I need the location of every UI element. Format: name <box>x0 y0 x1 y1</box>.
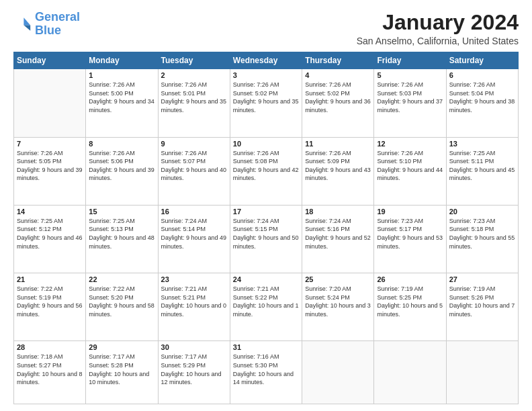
day-info: Sunrise: 7:24 AMSunset: 5:16 PMDaylight:… <box>305 217 371 250</box>
calendar-cell: 29Sunrise: 7:17 AMSunset: 5:28 PMDayligh… <box>86 341 158 404</box>
day-info: Sunrise: 7:25 AMSunset: 5:12 PMDaylight:… <box>17 217 83 250</box>
day-info: Sunrise: 7:19 AMSunset: 5:25 PMDaylight:… <box>377 285 443 318</box>
day-number: 21 <box>17 275 83 283</box>
col-wednesday: Wednesday <box>230 52 302 69</box>
calendar-cell: 17Sunrise: 7:24 AMSunset: 5:15 PMDayligh… <box>230 205 302 273</box>
calendar-cell <box>14 69 86 137</box>
svg-marker-0 <box>24 17 30 25</box>
calendar-table: Sunday Monday Tuesday Wednesday Thursday… <box>13 52 519 404</box>
col-friday: Friday <box>374 52 446 69</box>
day-number: 2 <box>161 71 227 79</box>
calendar-cell: 14Sunrise: 7:25 AMSunset: 5:12 PMDayligh… <box>14 205 86 273</box>
calendar-cell: 27Sunrise: 7:19 AMSunset: 5:26 PMDayligh… <box>446 273 518 341</box>
calendar-cell: 12Sunrise: 7:26 AMSunset: 5:10 PMDayligh… <box>374 137 446 205</box>
day-info: Sunrise: 7:22 AMSunset: 5:19 PMDaylight:… <box>17 285 83 318</box>
day-number: 3 <box>233 71 299 79</box>
calendar-cell: 11Sunrise: 7:26 AMSunset: 5:09 PMDayligh… <box>302 137 374 205</box>
day-number: 22 <box>89 275 154 283</box>
day-info: Sunrise: 7:19 AMSunset: 5:26 PMDaylight:… <box>449 285 515 318</box>
day-number: 17 <box>233 208 299 216</box>
day-number: 26 <box>377 275 443 283</box>
calendar-week-row: 28Sunrise: 7:18 AMSunset: 5:27 PMDayligh… <box>14 341 519 404</box>
day-info: Sunrise: 7:20 AMSunset: 5:24 PMDaylight:… <box>305 285 371 318</box>
svg-marker-1 <box>24 25 30 30</box>
day-info: Sunrise: 7:26 AMSunset: 5:07 PMDaylight:… <box>161 149 227 183</box>
day-info: Sunrise: 7:22 AMSunset: 5:20 PMDaylight:… <box>89 285 154 318</box>
calendar-cell: 1Sunrise: 7:26 AMSunset: 5:00 PMDaylight… <box>86 69 158 137</box>
day-info: Sunrise: 7:16 AMSunset: 5:30 PMDaylight:… <box>233 353 299 386</box>
day-info: Sunrise: 7:21 AMSunset: 5:22 PMDaylight:… <box>233 285 299 318</box>
day-number: 7 <box>17 140 83 148</box>
day-info: Sunrise: 7:26 AMSunset: 5:02 PMDaylight:… <box>305 81 371 114</box>
calendar-cell: 23Sunrise: 7:21 AMSunset: 5:21 PMDayligh… <box>158 273 230 341</box>
day-info: Sunrise: 7:24 AMSunset: 5:14 PMDaylight:… <box>161 217 227 250</box>
day-info: Sunrise: 7:21 AMSunset: 5:21 PMDaylight:… <box>161 285 227 318</box>
day-number: 10 <box>233 140 299 148</box>
col-tuesday: Tuesday <box>158 52 230 69</box>
page: General Blue January 2024 San Anselmo, C… <box>0 0 532 411</box>
calendar-cell: 8Sunrise: 7:26 AMSunset: 5:06 PMDaylight… <box>86 137 158 205</box>
day-info: Sunrise: 7:23 AMSunset: 5:17 PMDaylight:… <box>377 217 443 250</box>
logo: General Blue <box>13 11 80 38</box>
day-number: 13 <box>449 140 515 148</box>
day-number: 11 <box>305 140 371 148</box>
calendar-cell: 30Sunrise: 7:17 AMSunset: 5:29 PMDayligh… <box>158 341 230 404</box>
calendar-cell: 4Sunrise: 7:26 AMSunset: 5:02 PMDaylight… <box>302 69 374 137</box>
day-info: Sunrise: 7:26 AMSunset: 5:04 PMDaylight:… <box>449 81 515 114</box>
calendar-cell: 13Sunrise: 7:25 AMSunset: 5:11 PMDayligh… <box>446 137 518 205</box>
calendar-cell: 16Sunrise: 7:24 AMSunset: 5:14 PMDayligh… <box>158 205 230 273</box>
day-number: 25 <box>305 275 371 283</box>
calendar-cell: 2Sunrise: 7:26 AMSunset: 5:01 PMDaylight… <box>158 69 230 137</box>
day-number: 1 <box>89 71 154 79</box>
calendar-cell: 24Sunrise: 7:21 AMSunset: 5:22 PMDayligh… <box>230 273 302 341</box>
day-number: 4 <box>305 71 371 79</box>
location: San Anselmo, California, United States <box>357 36 519 46</box>
calendar-week-row: 7Sunrise: 7:26 AMSunset: 5:05 PMDaylight… <box>14 137 519 205</box>
day-number: 31 <box>233 343 299 351</box>
title-block: January 2024 San Anselmo, California, Un… <box>357 11 519 46</box>
calendar-cell: 10Sunrise: 7:26 AMSunset: 5:08 PMDayligh… <box>230 137 302 205</box>
calendar-cell: 28Sunrise: 7:18 AMSunset: 5:27 PMDayligh… <box>14 341 86 404</box>
logo-text: General Blue <box>35 11 80 38</box>
col-monday: Monday <box>86 52 158 69</box>
calendar-cell: 9Sunrise: 7:26 AMSunset: 5:07 PMDaylight… <box>158 137 230 205</box>
day-number: 15 <box>89 208 154 216</box>
day-info: Sunrise: 7:17 AMSunset: 5:28 PMDaylight:… <box>89 353 154 386</box>
calendar-header-row: Sunday Monday Tuesday Wednesday Thursday… <box>14 52 519 69</box>
calendar-cell <box>302 341 374 404</box>
calendar-cell: 22Sunrise: 7:22 AMSunset: 5:20 PMDayligh… <box>86 273 158 341</box>
calendar-cell: 15Sunrise: 7:25 AMSunset: 5:13 PMDayligh… <box>86 205 158 273</box>
day-info: Sunrise: 7:18 AMSunset: 5:27 PMDaylight:… <box>17 353 83 386</box>
day-number: 18 <box>305 208 371 216</box>
day-info: Sunrise: 7:26 AMSunset: 5:02 PMDaylight:… <box>233 81 299 114</box>
calendar-cell <box>446 341 518 404</box>
day-number: 14 <box>17 208 83 216</box>
calendar-cell: 31Sunrise: 7:16 AMSunset: 5:30 PMDayligh… <box>230 341 302 404</box>
calendar-cell: 6Sunrise: 7:26 AMSunset: 5:04 PMDaylight… <box>446 69 518 137</box>
col-saturday: Saturday <box>446 52 518 69</box>
day-number: 8 <box>89 140 154 148</box>
day-info: Sunrise: 7:26 AMSunset: 5:03 PMDaylight:… <box>377 81 443 114</box>
header: General Blue January 2024 San Anselmo, C… <box>13 11 519 46</box>
day-number: 20 <box>449 208 515 216</box>
day-number: 29 <box>89 343 154 351</box>
calendar-cell: 7Sunrise: 7:26 AMSunset: 5:05 PMDaylight… <box>14 137 86 205</box>
day-number: 30 <box>161 343 227 351</box>
day-number: 12 <box>377 140 443 148</box>
calendar-cell: 19Sunrise: 7:23 AMSunset: 5:17 PMDayligh… <box>374 205 446 273</box>
day-info: Sunrise: 7:25 AMSunset: 5:13 PMDaylight:… <box>89 217 154 250</box>
day-number: 6 <box>449 71 515 79</box>
day-number: 27 <box>449 275 515 283</box>
calendar-cell: 26Sunrise: 7:19 AMSunset: 5:25 PMDayligh… <box>374 273 446 341</box>
day-info: Sunrise: 7:26 AMSunset: 5:05 PMDaylight:… <box>17 149 83 183</box>
day-number: 28 <box>17 343 83 351</box>
day-number: 16 <box>161 208 227 216</box>
calendar-week-row: 14Sunrise: 7:25 AMSunset: 5:12 PMDayligh… <box>14 205 519 273</box>
day-info: Sunrise: 7:24 AMSunset: 5:15 PMDaylight:… <box>233 217 299 250</box>
day-info: Sunrise: 7:23 AMSunset: 5:18 PMDaylight:… <box>449 217 515 250</box>
logo-icon <box>13 15 32 34</box>
calendar-week-row: 1Sunrise: 7:26 AMSunset: 5:00 PMDaylight… <box>14 69 519 137</box>
calendar-cell: 18Sunrise: 7:24 AMSunset: 5:16 PMDayligh… <box>302 205 374 273</box>
day-number: 23 <box>161 275 227 283</box>
calendar-week-row: 21Sunrise: 7:22 AMSunset: 5:19 PMDayligh… <box>14 273 519 341</box>
